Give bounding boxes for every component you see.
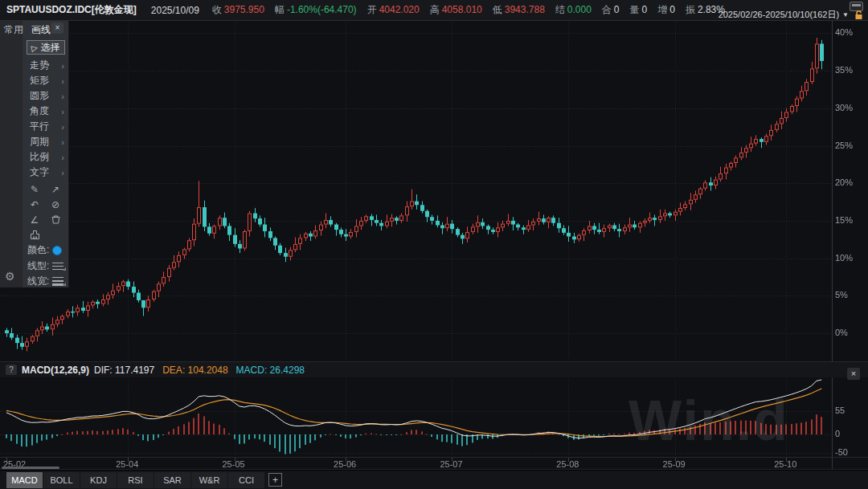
- field-label: 高: [430, 4, 440, 15]
- quote-field: 低3943.788: [493, 3, 545, 17]
- arrow-icon[interactable]: ↗: [45, 181, 66, 197]
- chevron-right-icon: ›: [61, 153, 64, 162]
- y-axis-label: 30%: [835, 103, 867, 112]
- clear-icon[interactable]: [24, 227, 45, 242]
- y-axis-label: 15%: [835, 215, 867, 225]
- tab-common[interactable]: 常用: [0, 23, 27, 37]
- symbol-title: SPTAUUSDOZ.IDC[伦敦金现]: [6, 3, 137, 17]
- menu-item-label: 圆形: [30, 89, 49, 103]
- quote-field: 开4042.020: [367, 3, 420, 17]
- macd-dea-value: DEA: 104.2048: [162, 365, 227, 376]
- field-label: 振: [686, 4, 695, 15]
- select-tool-button[interactable]: ▷ 选择: [27, 40, 65, 55]
- y-axis-label: 25%: [835, 141, 867, 150]
- scrollbar-thumb[interactable]: [2, 467, 59, 469]
- menu-item-label: 比例: [30, 150, 49, 164]
- field-value: 4058.010: [442, 4, 482, 15]
- macd-y-axis-label: 0: [835, 429, 867, 438]
- chevron-right-icon: ›: [61, 168, 64, 177]
- y-axis-label: 0%: [835, 328, 867, 337]
- macd-header: ? MACD(12,26,9) DIF: 117.4197 DEA: 104.2…: [0, 362, 868, 377]
- panel-close-button[interactable]: ×: [51, 22, 63, 34]
- tab-wr[interactable]: W&R: [191, 472, 227, 488]
- field-label: 开: [367, 4, 377, 15]
- add-indicator-button[interactable]: +: [268, 473, 282, 487]
- color-swatch[interactable]: [52, 246, 62, 255]
- gear-icon[interactable]: ⚙: [5, 270, 15, 283]
- panel-side-strip: [0, 21, 23, 287]
- field-value: 0: [614, 4, 620, 15]
- wind-terminal-window: SPTAUUSDOZ.IDC[伦敦金现] 2025/10/09 收3975.95…: [0, 0, 868, 489]
- x-axis-label: 25-04: [116, 459, 138, 469]
- quote-date: 2025/10/09: [151, 5, 199, 16]
- y-axis-label: 5%: [835, 290, 867, 300]
- menu-item-cycle[interactable]: 周期›: [23, 134, 69, 149]
- angle-icon[interactable]: ∠: [24, 212, 45, 227]
- date-range-selector[interactable]: 2025/02/26-2025/10/10(162日) ▼: [719, 9, 849, 21]
- chevron-right-icon: ›: [61, 61, 64, 71]
- tab-macd[interactable]: MACD: [6, 472, 43, 488]
- y-axis-label: 10%: [835, 253, 867, 263]
- x-axis-label: 25-06: [334, 459, 356, 469]
- trash-icon[interactable]: [45, 212, 66, 227]
- y-axis-label: 20%: [835, 177, 867, 187]
- menu-item-label: 角度: [30, 104, 49, 118]
- menu-item-rectangle[interactable]: 矩形›: [23, 73, 69, 88]
- lock-icon[interactable]: [854, 10, 863, 20]
- tab-cci[interactable]: CCI: [228, 472, 264, 488]
- quote-fields: 收3975.950幅-1.60%(-64.470)开4042.020高4058.…: [212, 3, 735, 17]
- quote-field: 收3975.950: [212, 3, 264, 17]
- field-value: -1.60%(-64.470): [287, 4, 357, 15]
- menu-item-ratio[interactable]: 比例›: [23, 149, 69, 165]
- field-label: 幅: [275, 4, 285, 15]
- field-label: 结: [555, 4, 565, 15]
- hide-icon[interactable]: ⊘: [45, 197, 66, 212]
- tab-rsi[interactable]: RSI: [117, 472, 154, 488]
- date-range-label: 2025/02/26-2025/10/10(162日): [719, 9, 839, 21]
- field-label: 低: [493, 4, 502, 15]
- drawing-tools-panel: 常用 画线 × ▷ 选择 走势›矩形›圆形›角度›平行›周期›比例›文字› ✎↗…: [0, 21, 69, 287]
- quote-field: 增0: [657, 3, 675, 17]
- macd-y-axis-label: -50: [835, 447, 867, 457]
- field-value: 0: [669, 4, 675, 15]
- macd-dif-value: DIF: 117.4197: [94, 365, 154, 376]
- menu-item-circle[interactable]: 圆形›: [23, 88, 69, 104]
- macd-y-axis-label: 55: [835, 405, 867, 415]
- x-axis-label: 25-05: [223, 459, 245, 469]
- menu-item-trend[interactable]: 走势›: [23, 58, 69, 73]
- field-label: 合: [602, 4, 612, 15]
- line-style-icon[interactable]: [52, 262, 65, 271]
- quote-field: 幅-1.60%(-64.470): [275, 3, 357, 17]
- field-label: 增: [657, 4, 667, 15]
- tab-boll[interactable]: BOLL: [43, 472, 80, 488]
- menu-item-angle[interactable]: 角度›: [23, 104, 69, 119]
- quote-field: 结0.000: [555, 3, 592, 17]
- menu-item-parallel[interactable]: 平行›: [23, 119, 69, 134]
- field-value: 3943.788: [505, 4, 545, 15]
- field-value: 3975.950: [224, 4, 264, 15]
- macd-macd-value: MACD: 26.4298: [236, 365, 305, 376]
- quote-field: 合0: [602, 3, 620, 17]
- line-width-icon[interactable]: [52, 277, 65, 286]
- wind-watermark: Win.d: [628, 389, 789, 453]
- menu-item-label: 文字: [30, 165, 49, 179]
- menu-item-label: 走势: [30, 59, 49, 72]
- menu-item-text[interactable]: 文字›: [23, 165, 69, 180]
- undo-icon[interactable]: ↶: [24, 197, 45, 212]
- tab-draw-line[interactable]: 画线: [27, 23, 55, 37]
- chevron-right-icon: ›: [61, 122, 64, 132]
- x-axis-label: 25-08: [556, 459, 579, 469]
- pencil-icon[interactable]: ✎: [24, 181, 45, 197]
- tab-sar[interactable]: SAR: [154, 472, 190, 488]
- menu-item-label: 平行: [30, 120, 49, 133]
- cursor-icon: ▷: [31, 43, 39, 52]
- field-value: 4042.020: [379, 4, 420, 15]
- menu-item-label: 矩形: [30, 74, 49, 88]
- select-tool-label: 选择: [41, 41, 60, 55]
- tab-kdj[interactable]: KDJ: [80, 472, 117, 488]
- macd-close-button[interactable]: ×: [847, 368, 860, 380]
- field-value: 0: [642, 4, 648, 15]
- help-icon[interactable]: ?: [6, 365, 17, 375]
- line-width-label: 线宽:: [27, 275, 49, 288]
- chevron-right-icon: ›: [61, 137, 64, 147]
